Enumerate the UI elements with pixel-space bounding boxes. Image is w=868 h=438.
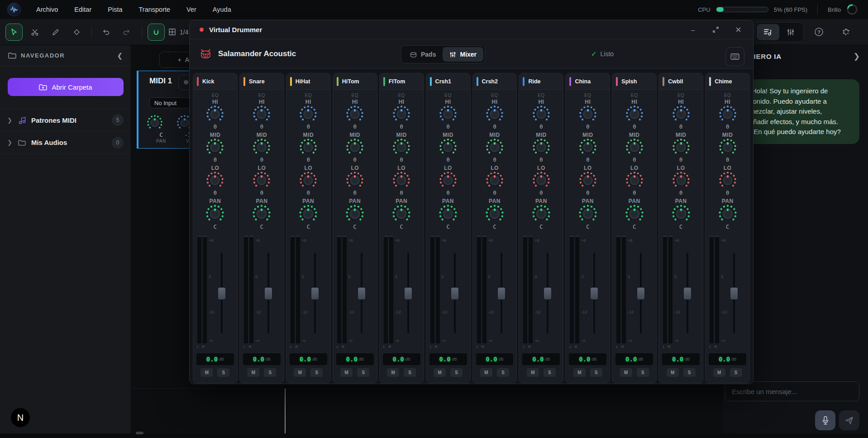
fader-handle[interactable]: [544, 287, 552, 300]
channel-strip-fltom[interactable]: FlTomEQHI 0MID 0LO 0PAN CLR+60-12-∞0.0dB…: [379, 73, 424, 383]
eq-mid-knob[interactable]: [672, 138, 690, 156]
mute-button[interactable]: M: [294, 368, 306, 377]
help-button[interactable]: ?: [810, 24, 827, 41]
eq-hi-knob[interactable]: [439, 105, 457, 123]
mute-button[interactable]: M: [247, 368, 259, 377]
pan-knob[interactable]: [439, 204, 458, 223]
tab-pads[interactable]: Pads: [403, 47, 443, 62]
eq-hi-knob[interactable]: [532, 105, 550, 123]
snap-magnet-button[interactable]: [148, 24, 165, 41]
solo-button[interactable]: S: [730, 368, 742, 377]
mute-button[interactable]: M: [713, 368, 725, 377]
channel-strip-splsh[interactable]: SplshEQHI 0MID 0LO 0PAN CLR+60-12-∞0.0dB…: [612, 73, 657, 383]
settings-gear-button[interactable]: [837, 24, 854, 41]
playlist-view-button[interactable]: [757, 24, 779, 40]
send-button[interactable]: [839, 410, 859, 430]
scrollbar-handle[interactable]: [136, 432, 143, 434]
eq-hi-knob[interactable]: [579, 105, 597, 123]
pencil-tool-button[interactable]: [47, 24, 64, 41]
menu-item-editar[interactable]: Editar: [74, 6, 91, 13]
menu-item-ayuda[interactable]: Ayuda: [213, 6, 231, 13]
fader-handle[interactable]: [497, 287, 506, 300]
solo-button[interactable]: S: [404, 368, 416, 377]
eq-hi-knob[interactable]: [299, 105, 317, 123]
pan-knob[interactable]: [345, 204, 364, 223]
mute-button[interactable]: M: [620, 368, 632, 377]
pan-knob[interactable]: [718, 204, 737, 223]
channel-strip-chime[interactable]: ChimeEQHI 0MID 0LO 0PAN CLR+60-12-∞0.0dB…: [705, 73, 750, 383]
channel-strip-hihat[interactable]: HiHatEQHI 0MID 0LO 0PAN CLR+60-12-∞0.0dB…: [286, 73, 331, 383]
menu-item-transporte[interactable]: Transporte: [139, 6, 171, 13]
mute-button[interactable]: M: [573, 368, 586, 377]
eq-mid-knob[interactable]: [439, 138, 457, 156]
channel-strip-china[interactable]: ChinaEQHI 0MID 0LO 0PAN CLR+60-12-∞0.0dB…: [565, 73, 610, 383]
keyboard-button[interactable]: [725, 47, 744, 66]
eq-hi-knob[interactable]: [346, 105, 364, 123]
mute-button[interactable]: M: [667, 368, 679, 377]
pan-knob[interactable]: [578, 204, 597, 223]
eq-mid-knob[interactable]: [719, 138, 737, 156]
eq-lo-knob[interactable]: [346, 171, 364, 189]
brightness-spinner-icon[interactable]: [846, 4, 858, 15]
solo-button[interactable]: S: [310, 368, 323, 377]
eq-mid-knob[interactable]: [392, 138, 410, 156]
undo-button[interactable]: [97, 24, 114, 41]
eq-mid-knob[interactable]: [346, 138, 364, 156]
pan-knob[interactable]: [625, 204, 644, 223]
mute-button[interactable]: M: [434, 368, 446, 377]
eq-lo-knob[interactable]: [392, 171, 410, 189]
solo-button[interactable]: S: [497, 368, 509, 377]
solo-button[interactable]: S: [217, 368, 229, 377]
eq-hi-knob[interactable]: [719, 105, 737, 123]
maximize-button[interactable]: [711, 25, 720, 35]
fader-handle[interactable]: [590, 287, 598, 300]
channel-strip-crsh1[interactable]: Crsh1EQHI 0MID 0LO 0PAN CLR+60-12-∞0.0dB…: [426, 73, 471, 383]
menu-item-archivo[interactable]: Archivo: [36, 6, 58, 13]
channel-strip-ride[interactable]: RideEQHI 0MID 0LO 0PAN CLR+60-12-∞0.0dBM…: [519, 73, 563, 383]
fader-handle[interactable]: [730, 287, 738, 300]
minimize-button[interactable]: –: [688, 25, 698, 35]
eq-lo-knob[interactable]: [206, 171, 224, 189]
pan-knob[interactable]: [532, 204, 551, 223]
mute-button[interactable]: M: [340, 368, 353, 377]
eq-mid-knob[interactable]: [532, 138, 550, 156]
eq-hi-knob[interactable]: [625, 105, 644, 123]
sidebar-item-mis-audios[interactable]: ❯Mis Audios0: [0, 131, 131, 154]
eq-mid-knob[interactable]: [206, 138, 224, 156]
eq-lo-knob[interactable]: [532, 171, 550, 189]
fader-handle[interactable]: [637, 287, 645, 300]
eq-lo-knob[interactable]: [672, 171, 690, 189]
fader-handle[interactable]: [218, 287, 226, 300]
channel-strip-hitom[interactable]: HiTomEQHI 0MID 0LO 0PAN CLR+60-12-∞0.0dB…: [333, 73, 377, 383]
pan-knob[interactable]: [392, 204, 411, 223]
channel-strip-snare[interactable]: SnareEQHI 0MID 0LO 0PAN CLR+60-12-∞0.0dB…: [239, 73, 284, 383]
mute-button[interactable]: M: [200, 368, 213, 377]
solo-button[interactable]: S: [544, 368, 556, 377]
channel-strip-crsh2[interactable]: Crsh2EQHI 0MID 0LO 0PAN CLR+60-12-∞0.0dB…: [472, 73, 517, 383]
cut-tool-button[interactable]: [26, 24, 43, 41]
channel-strip-kick[interactable]: KickEQHI 0MID 0LO 0PAN CLR+60-12-∞0.0dBM…: [193, 73, 238, 383]
solo-button[interactable]: S: [683, 368, 696, 377]
eq-lo-knob[interactable]: [486, 171, 504, 189]
fader-handle[interactable]: [311, 287, 319, 300]
eq-hi-knob[interactable]: [486, 105, 504, 123]
eq-mid-knob[interactable]: [299, 138, 317, 156]
ai-message-input[interactable]: [725, 381, 859, 401]
eq-lo-knob[interactable]: [253, 171, 271, 189]
pan-knob[interactable]: [299, 204, 318, 223]
eq-lo-knob[interactable]: [719, 171, 737, 189]
menu-item-pista[interactable]: Pista: [108, 6, 122, 13]
mute-button[interactable]: M: [480, 368, 492, 377]
mic-button[interactable]: [815, 410, 835, 430]
eq-hi-knob[interactable]: [253, 105, 271, 123]
eq-lo-knob[interactable]: [579, 171, 597, 189]
fader-handle[interactable]: [264, 287, 272, 300]
pan-knob[interactable]: [485, 204, 504, 223]
mixer-view-button[interactable]: [779, 24, 802, 40]
solo-button[interactable]: S: [357, 368, 369, 377]
open-folder-button[interactable]: Abrir Carpeta: [8, 78, 124, 96]
fader-handle[interactable]: [451, 287, 459, 300]
app-logo-icon[interactable]: [7, 3, 21, 16]
menu-item-ver[interactable]: Ver: [186, 6, 196, 13]
channel-strip-cwbll[interactable]: CwbllEQHI 0MID 0LO 0PAN CLR+60-12-∞0.0dB…: [658, 73, 703, 383]
